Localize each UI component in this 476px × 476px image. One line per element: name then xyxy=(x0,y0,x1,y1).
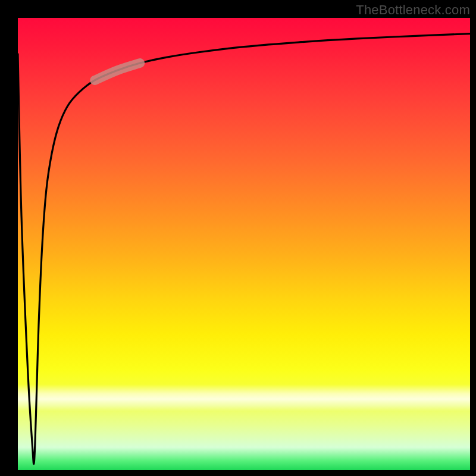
plot-area xyxy=(18,18,470,470)
curve-highlight-segment xyxy=(95,63,140,80)
bottleneck-curve xyxy=(18,34,470,464)
curve-layer xyxy=(18,18,470,470)
chart-frame: TheBottleneck.com xyxy=(0,0,476,476)
attribution-text: TheBottleneck.com xyxy=(356,2,470,18)
